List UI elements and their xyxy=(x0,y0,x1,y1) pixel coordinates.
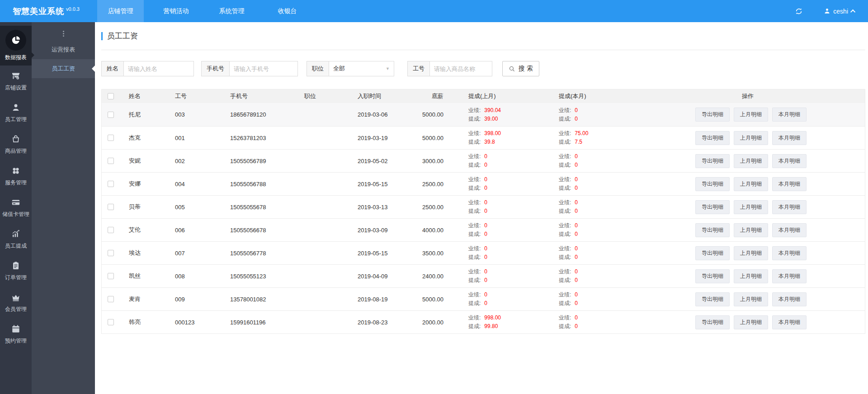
app-title: 智慧美业系统 xyxy=(13,6,64,17)
cell-commission-this-month: 业绩:0 提成:0 xyxy=(554,103,689,126)
topbar-tab[interactable]: 收银台 xyxy=(264,0,311,22)
phone-input[interactable] xyxy=(229,61,298,76)
topbar-tab[interactable]: 店铺管理 xyxy=(97,0,144,22)
topbar-tab[interactable]: 营销活动 xyxy=(153,0,199,22)
column-header: 入职时间 xyxy=(346,89,414,103)
row-checkbox[interactable] xyxy=(108,227,114,233)
rail-item-pie-chart[interactable]: 数据报表 xyxy=(0,26,32,66)
rail-item-appointments-calendar[interactable]: 预约管理 xyxy=(0,319,32,350)
cell-name: 安娜 xyxy=(120,173,165,195)
export-detail-button[interactable]: 导出明细 xyxy=(695,108,730,122)
column-header: 底薪 xyxy=(414,89,463,103)
select-all-checkbox[interactable] xyxy=(108,93,114,99)
rail-item-members-crown[interactable]: 会员管理 xyxy=(0,287,32,319)
rail-item-goods-bag[interactable]: 商品管理 xyxy=(0,129,32,160)
cell-empno: 004 xyxy=(165,173,210,195)
this-month-detail-button[interactable]: 本月明细 xyxy=(772,269,807,283)
rail-item-commission-chart[interactable]: 员工提成 xyxy=(0,224,32,255)
cell-empno: 007 xyxy=(165,242,210,264)
cell-hire-date: 2019-08-23 xyxy=(346,311,414,333)
row-checkbox[interactable] xyxy=(108,181,114,187)
cell-commission-last-month: 业绩:0 提成:0 xyxy=(463,242,554,264)
cell-actions: 导出明细上月明细本月明细 xyxy=(689,242,865,264)
last-month-detail-button[interactable]: 上月明细 xyxy=(734,200,768,214)
position-select[interactable]: 全部 ▼ xyxy=(329,61,394,76)
cell-name: 埃达 xyxy=(120,242,165,264)
rail-item-label: 商品管理 xyxy=(5,147,27,155)
last-month-detail-button[interactable]: 上月明细 xyxy=(734,131,768,145)
export-detail-button[interactable]: 导出明细 xyxy=(695,223,730,237)
cell-actions: 导出明细上月明细本月明细 xyxy=(689,127,865,149)
user-menu[interactable]: ceshi xyxy=(824,8,855,15)
export-detail-button[interactable]: 导出明细 xyxy=(695,246,730,260)
name-input[interactable] xyxy=(123,61,194,76)
cell-hire-date: 2019-03-13 xyxy=(346,196,414,218)
row-checkbox[interactable] xyxy=(108,273,114,279)
search-button[interactable]: 搜 索 xyxy=(502,61,539,76)
export-detail-button[interactable]: 导出明细 xyxy=(695,131,730,145)
cell-actions: 导出明细上月明细本月明细 xyxy=(689,150,865,172)
position-select-value: 全部 xyxy=(333,65,345,73)
row-checkbox[interactable] xyxy=(108,250,114,256)
last-month-detail-button[interactable]: 上月明细 xyxy=(734,177,768,191)
cell-phone: 13578001082 xyxy=(210,288,301,310)
row-checkbox[interactable] xyxy=(108,319,114,325)
rail-item-stored-card[interactable]: 储值卡管理 xyxy=(0,192,32,224)
this-month-detail-button[interactable]: 本月明细 xyxy=(772,200,807,214)
table-row: 麦肯 009 13578001082 2019-08-19 5000.00 业绩… xyxy=(102,287,865,310)
empno-input[interactable] xyxy=(429,61,492,76)
cell-phone: 15055055678 xyxy=(210,196,301,218)
rail-item-orders[interactable]: 订单管理 xyxy=(0,255,32,287)
last-month-detail-button[interactable]: 上月明细 xyxy=(734,154,768,168)
cell-name: 杰克 xyxy=(120,127,165,149)
row-checkbox[interactable] xyxy=(108,135,114,141)
this-month-detail-button[interactable]: 本月明细 xyxy=(772,292,807,306)
cell-commission-this-month: 业绩:0 提成:0 xyxy=(554,196,689,218)
column-header: 工号 xyxy=(165,89,210,103)
submenu-item[interactable]: 运营报表 xyxy=(32,40,95,59)
rail-item-staff[interactable]: 员工管理 xyxy=(0,97,32,129)
table-row: 韩亮 000123 15991601196 2019-08-23 2000.00… xyxy=(102,310,865,333)
row-checkbox[interactable] xyxy=(108,204,114,210)
this-month-detail-button[interactable]: 本月明细 xyxy=(772,315,807,329)
column-header: 提成(上月) xyxy=(463,89,554,103)
last-month-detail-button[interactable]: 上月明细 xyxy=(734,315,768,329)
export-detail-button[interactable]: 导出明细 xyxy=(695,315,730,329)
cell-base-salary: 2500.00 xyxy=(414,173,463,195)
row-checkbox[interactable] xyxy=(108,112,114,118)
this-month-detail-button[interactable]: 本月明细 xyxy=(772,223,807,237)
this-month-detail-button[interactable]: 本月明细 xyxy=(772,154,807,168)
services-icon xyxy=(11,166,21,176)
this-month-detail-button[interactable]: 本月明细 xyxy=(772,131,807,145)
row-checkbox[interactable] xyxy=(108,158,114,164)
rail-item-services[interactable]: 服务管理 xyxy=(0,160,32,192)
user-icon xyxy=(824,8,830,14)
page-title: 员工工资 xyxy=(107,31,138,41)
caret-down-icon: ▼ xyxy=(386,66,390,71)
submenu-item[interactable]: 员工工资 xyxy=(32,59,95,78)
last-month-detail-button[interactable]: 上月明细 xyxy=(734,269,768,283)
export-detail-button[interactable]: 导出明细 xyxy=(695,154,730,168)
cell-commission-this-month: 业绩:75.00 提成:7.5 xyxy=(554,127,689,149)
row-checkbox[interactable] xyxy=(108,296,114,302)
last-month-detail-button[interactable]: 上月明细 xyxy=(734,108,768,122)
last-month-detail-button[interactable]: 上月明细 xyxy=(734,246,768,260)
cell-hire-date: 2019-03-09 xyxy=(346,219,414,241)
this-month-detail-button[interactable]: 本月明细 xyxy=(772,177,807,191)
export-detail-button[interactable]: 导出明细 xyxy=(695,292,730,306)
this-month-detail-button[interactable]: 本月明细 xyxy=(772,246,807,260)
export-detail-button[interactable]: 导出明细 xyxy=(695,200,730,214)
table-header: 姓名工号手机号职位入职时间底薪提成(上月)提成(本月)操作 xyxy=(102,89,865,103)
kebab-menu-icon[interactable] xyxy=(32,22,95,40)
topbar-tab[interactable]: 系统管理 xyxy=(208,0,255,22)
this-month-detail-button[interactable]: 本月明细 xyxy=(772,108,807,122)
last-month-detail-button[interactable]: 上月明细 xyxy=(734,223,768,237)
rail-item-store[interactable]: 店铺设置 xyxy=(0,66,32,97)
last-month-detail-button[interactable]: 上月明细 xyxy=(734,292,768,306)
table-row: 托尼 003 18656789120 2019-03-06 5000.00 业绩… xyxy=(102,103,865,126)
export-detail-button[interactable]: 导出明细 xyxy=(695,177,730,191)
cell-position xyxy=(301,196,346,218)
cell-commission-this-month: 业绩:0 提成:0 xyxy=(554,311,689,333)
export-detail-button[interactable]: 导出明细 xyxy=(695,269,730,283)
refresh-icon[interactable] xyxy=(795,7,803,15)
